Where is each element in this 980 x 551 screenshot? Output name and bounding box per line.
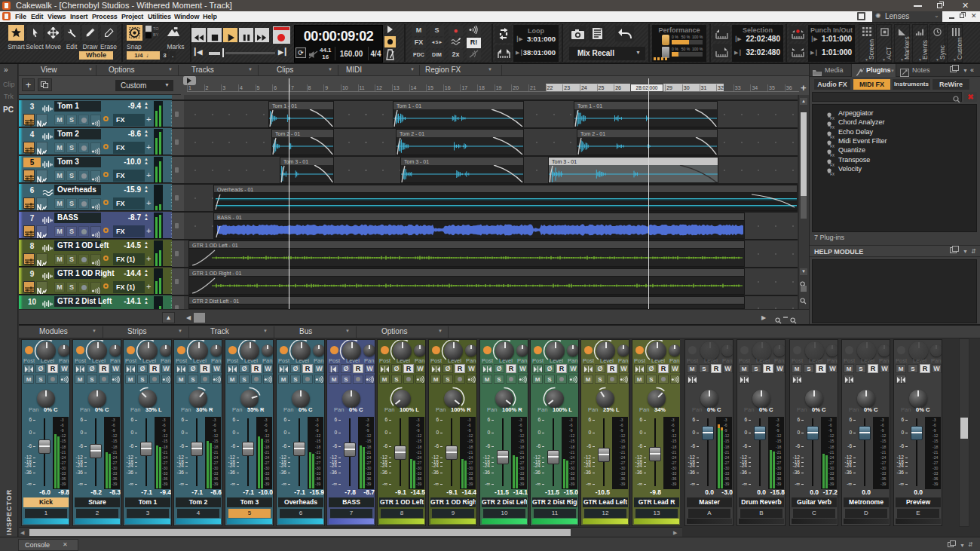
svg-text:FX: FX: [830, 173, 835, 176]
